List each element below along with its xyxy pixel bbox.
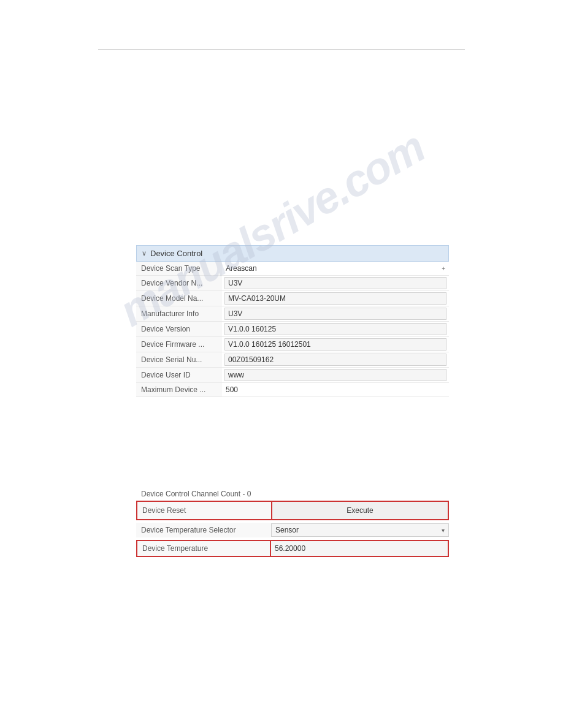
temp-selector-label: Device Temperature Selector [136,523,271,537]
property-row-maxdevice: Maximum Device ... 500 [136,383,449,397]
property-row-vendor: Device Vendor N... [136,276,449,291]
label-maxdevice: Maximum Device ... [136,383,222,396]
top-divider [98,49,465,50]
label-model: Device Model Na... [136,291,222,306]
dropdown-arrow-icon: + [442,265,445,272]
label-userid: Device User ID [136,368,222,382]
label-serial: Device Serial Nu... [136,352,222,367]
page-container: manualsrive.com ∨ Device Control Device … [0,0,563,728]
value-maxdevice: 500 [222,383,449,396]
property-row-userid: Device User ID [136,368,449,383]
device-control-panel: ∨ Device Control Device Scan Type Areasc… [136,245,449,397]
dropdown-arrow-icon: ▾ [442,527,445,534]
input-serial[interactable] [224,354,446,366]
temp-selector-dropdown[interactable]: Sensor ▾ [271,523,449,537]
device-control-title: Device Control [150,249,202,258]
execute-button[interactable]: Execute [271,501,449,520]
temp-selector-value-text: Sensor [275,526,299,534]
temp-value-label: Device Temperature [136,540,271,557]
bottom-commands-section: Device Control Channel Count - 0 Device … [136,487,449,557]
value-model [222,291,449,306]
input-model[interactable] [224,292,446,305]
channel-count-info: Device Control Channel Count - 0 [136,487,449,501]
temp-value-row: Device Temperature [136,540,449,557]
temp-value-input[interactable] [271,540,449,557]
device-control-header[interactable]: ∨ Device Control [136,245,449,262]
value-manufacturer [222,306,449,321]
property-row-scan-type: Device Scan Type Areascan + [136,262,449,276]
input-manufacturer[interactable] [224,308,446,320]
label-vendor: Device Vendor N... [136,276,222,290]
reset-label: Device Reset [136,501,271,520]
label-manufacturer: Manufacturer Info [136,306,222,321]
input-vendor[interactable] [224,277,446,289]
temp-selector-row: Device Temperature Selector Sensor ▾ [136,523,449,537]
value-version [222,322,449,336]
value-userid [222,368,449,382]
input-version[interactable] [224,323,446,335]
property-row-version: Device Version [136,322,449,337]
input-firmware[interactable] [224,338,446,351]
property-row-firmware: Device Firmware ... [136,337,449,352]
property-row-model: Device Model Na... [136,291,449,306]
property-row-manufacturer: Manufacturer Info [136,306,449,322]
label-firmware: Device Firmware ... [136,337,222,352]
value-serial [222,352,449,367]
device-reset-row: Device Reset Execute [136,501,449,520]
label-version: Device Version [136,322,222,336]
label-scan-type: Device Scan Type [136,262,222,275]
value-scan-type[interactable]: Areascan + [222,262,449,275]
input-userid[interactable] [224,369,446,381]
value-firmware [222,337,449,352]
value-vendor [222,276,449,290]
property-row-serial: Device Serial Nu... [136,352,449,368]
chevron-icon: ∨ [142,249,147,257]
